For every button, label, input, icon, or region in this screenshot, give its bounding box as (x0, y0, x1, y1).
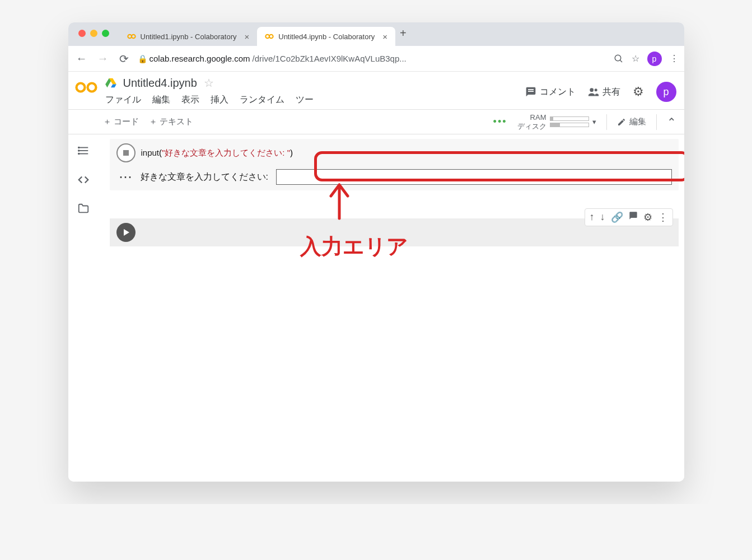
tab-close-icon[interactable]: × (244, 32, 249, 41)
svg-marker-9 (111, 84, 116, 87)
add-text-button[interactable]: ＋ テキスト (149, 116, 193, 127)
input-prompt-label: 好きな文章を入力してください: (141, 171, 268, 183)
code-editor[interactable]: input("好きな文章を入力してください: ") (141, 148, 293, 158)
menu-edit[interactable]: 編集 (152, 94, 170, 106)
url-field[interactable]: 🔒 colab.research.google.com/drive/1Co2bZ… (138, 54, 608, 63)
new-tab-button[interactable]: + (400, 27, 407, 42)
chrome-menu-icon[interactable]: ⋮ (670, 53, 679, 64)
tab-close-icon[interactable]: × (382, 32, 387, 41)
editing-mode-button[interactable]: 編集 (617, 116, 646, 127)
url-path: /drive/1Co2bZk1AevIX9lKwAqVLuB3qp... (253, 54, 407, 63)
cell-output: ⋯ 好きな文章を入力してください: (119, 169, 672, 185)
code-snippets-icon[interactable] (77, 174, 90, 186)
ram-label: RAM (530, 113, 547, 122)
dropdown-icon[interactable]: ▾ (592, 118, 596, 126)
disk-label: ディスク (517, 122, 547, 131)
settings-gear-icon[interactable]: ⚙ (633, 85, 644, 99)
tab-title: Untitled1.ipynb - Colaboratory (141, 32, 237, 41)
share-button[interactable]: 共有 (588, 86, 620, 98)
tab-1[interactable]: Untitled1.ipynb - Colaboratory × (119, 27, 258, 46)
window-close[interactable] (78, 30, 86, 37)
window-minimize[interactable] (90, 30, 97, 37)
collapse-icon[interactable]: ⌃ (667, 115, 676, 129)
svg-point-3 (269, 35, 273, 39)
menu-bar: ファイル 編集 表示 挿入 ランタイム ツー (105, 94, 517, 109)
zoom-icon[interactable] (614, 54, 624, 64)
svg-point-18 (78, 153, 79, 155)
connection-status-icon: ••• (493, 116, 507, 128)
drive-icon (105, 78, 116, 88)
reload-button[interactable]: ⟳ (116, 52, 132, 66)
colab-title-area: Untitled4.ipynb ☆ ファイル 編集 表示 挿入 ランタイム ツー (105, 76, 517, 109)
star-icon[interactable]: ☆ (632, 53, 639, 64)
menu-tools[interactable]: ツー (296, 94, 314, 106)
lock-icon: 🔒 (138, 54, 147, 63)
menu-runtime[interactable]: ランタイム (240, 94, 284, 106)
address-bar-actions: ☆ p ⋮ (614, 52, 679, 66)
svg-point-12 (594, 88, 597, 91)
svg-point-11 (590, 88, 594, 92)
svg-line-5 (620, 60, 622, 62)
menu-view[interactable]: 表示 (181, 94, 199, 106)
main-area: input("好きな文章を入力してください: ") ⋯ 好きな文章を入力してくだ… (68, 134, 684, 482)
address-bar: ← → ⟳ 🔒 colab.research.google.com/drive/… (68, 46, 684, 72)
browser-window: Untitled1.ipynb - Colaboratory × Untitle… (68, 22, 684, 482)
tab-strip: Untitled1.ipynb - Colaboratory × Untitle… (68, 22, 684, 46)
divider (606, 114, 607, 130)
toc-icon[interactable] (77, 144, 90, 157)
colab-favicon (127, 32, 136, 41)
move-down-icon[interactable]: ↓ (600, 211, 605, 223)
menu-file[interactable]: ファイル (105, 94, 141, 106)
svg-point-4 (615, 55, 621, 61)
tab-2[interactable]: Untitled4.ipynb - Colaboratory × (257, 27, 395, 46)
colab-header: Untitled4.ipynb ☆ ファイル 編集 表示 挿入 ランタイム ツー… (68, 72, 684, 110)
url-host: colab.research.google.com (150, 54, 250, 63)
notebook-title[interactable]: Untitled4.ipynb (123, 77, 197, 90)
cell-settings-icon[interactable]: ⚙ (643, 211, 652, 223)
toolbar-left: ＋ コード ＋ テキスト (103, 116, 193, 127)
star-notebook-icon[interactable]: ☆ (204, 76, 214, 90)
toolbar-right: ••• RAM ディスク ▾ 編集 ⌃ (493, 113, 676, 130)
files-icon[interactable] (77, 203, 90, 215)
disk-bar (550, 123, 589, 127)
svg-point-7 (87, 83, 96, 92)
comment-button[interactable]: コメント (525, 86, 576, 98)
cell-toolbar: ↑ ↓ 🔗 ⚙ ⋮ (585, 208, 673, 226)
cell-more-icon[interactable]: ⋮ (658, 211, 668, 223)
window-maximize[interactable] (102, 30, 109, 37)
svg-point-17 (78, 150, 79, 151)
comment-cell-icon[interactable] (629, 211, 638, 223)
notebook-content: input("好きな文章を入力してください: ") ⋯ 好きな文章を入力してくだ… (99, 134, 684, 482)
stdin-input[interactable] (276, 169, 672, 185)
user-avatar[interactable]: p (656, 82, 676, 102)
left-rail (68, 134, 99, 482)
move-up-icon[interactable]: ↑ (590, 211, 595, 223)
run-cell-button[interactable] (116, 223, 136, 242)
tabs: Untitled1.ipynb - Colaboratory × Untitle… (119, 22, 407, 46)
colab-favicon (265, 32, 274, 41)
back-button[interactable]: ← (74, 52, 90, 65)
menu-insert[interactable]: 挿入 (211, 94, 228, 106)
header-actions: コメント 共有 ⚙ p (525, 76, 676, 102)
ram-bar (550, 116, 589, 121)
svg-point-6 (76, 83, 85, 92)
stop-cell-button[interactable] (116, 143, 136, 162)
colab-toolbar: ＋ コード ＋ テキスト ••• RAM ディスク ▾ 編集 (68, 110, 684, 134)
link-icon[interactable]: 🔗 (611, 211, 623, 223)
add-code-button[interactable]: ＋ コード (103, 116, 139, 127)
divider (656, 114, 657, 130)
colab-logo-icon[interactable] (75, 80, 97, 95)
svg-point-16 (78, 147, 79, 148)
traffic-lights (75, 30, 114, 39)
svg-point-1 (132, 35, 136, 39)
profile-avatar[interactable]: p (647, 52, 662, 66)
resource-indicator[interactable]: RAM ディスク ▾ (517, 113, 596, 130)
forward-button[interactable]: → (95, 52, 111, 65)
tab-title: Untitled4.ipynb - Colaboratory (278, 32, 375, 41)
code-cell-1[interactable]: input("好きな文章を入力してください: ") ⋯ 好きな文章を入力してくだ… (110, 139, 679, 190)
